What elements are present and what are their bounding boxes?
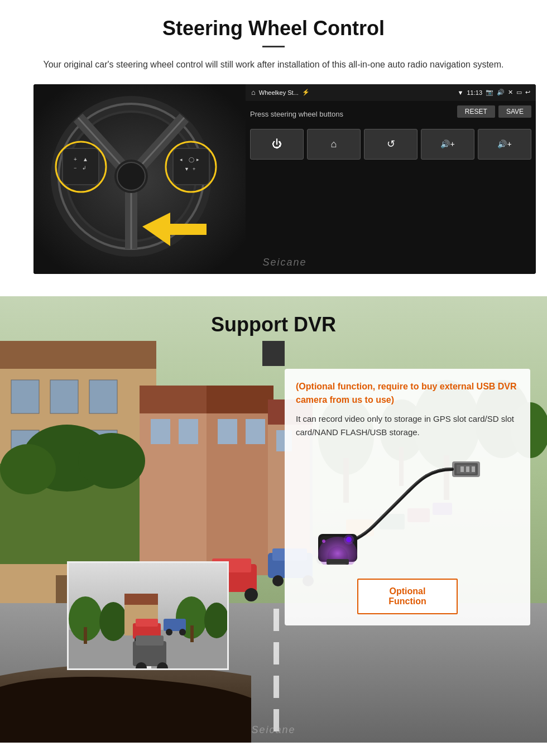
svg-text:↲: ↲ xyxy=(82,165,87,171)
svg-rect-42 xyxy=(151,419,170,444)
dvr-thumb-inner xyxy=(69,563,227,668)
dvr-thumbnail-image xyxy=(67,561,229,670)
svg-point-65 xyxy=(244,588,258,601)
svg-rect-93 xyxy=(124,594,158,605)
svg-point-11 xyxy=(117,162,145,190)
svg-text:▸: ▸ xyxy=(196,157,199,162)
dvr-divider xyxy=(262,341,285,366)
svg-point-119 xyxy=(344,535,354,545)
svg-rect-17 xyxy=(173,148,209,185)
svg-text:−: − xyxy=(74,165,76,171)
dvr-camera-svg xyxy=(318,453,497,565)
key-vol-down[interactable]: 🔊+ xyxy=(421,129,474,160)
dvr-camera-image xyxy=(296,447,519,570)
svg-rect-79 xyxy=(274,642,279,664)
title-divider xyxy=(262,46,285,47)
dvr-thumb-svg xyxy=(69,563,229,670)
steering-wheel-photo: + ▲ − ↲ ◂ ◯ ▸ ▼ + xyxy=(33,84,246,274)
app-title: Wheelkey St... xyxy=(259,89,299,96)
press-label: Press steering wheel buttons xyxy=(250,110,343,118)
svg-point-88 xyxy=(99,602,127,641)
steering-wheel-subtitle: Your original car's steering wheel contr… xyxy=(33,57,514,72)
svg-text:◯: ◯ xyxy=(189,157,194,163)
svg-rect-102 xyxy=(136,635,164,646)
statusbar-right: ▼ 11:13 📷 🔊 ✕ ▭ ↩ xyxy=(458,89,530,96)
svg-rect-87 xyxy=(84,627,87,644)
svg-rect-31 xyxy=(89,380,117,413)
x-icon: ✕ xyxy=(508,89,513,96)
key-back[interactable]: ↺ xyxy=(364,129,418,160)
svg-point-120 xyxy=(322,540,325,543)
usb-icon: ⚡ xyxy=(302,89,310,96)
svg-text:▲: ▲ xyxy=(83,156,88,162)
svg-text:+: + xyxy=(74,156,77,162)
back-icon: ↩ xyxy=(525,89,530,96)
svg-text:▼: ▼ xyxy=(184,166,189,172)
time-display: 11:13 xyxy=(467,89,482,96)
steering-wheel-svg: + ▲ − ↲ ◂ ◯ ▸ ▼ + xyxy=(33,84,246,274)
svg-rect-45 xyxy=(246,419,265,444)
svg-rect-30 xyxy=(50,380,78,413)
svg-rect-95 xyxy=(136,619,158,627)
dvr-title: Support DVR xyxy=(0,313,547,336)
steering-composite-image: + ▲ − ↲ ◂ ◯ ▸ ▼ + xyxy=(33,84,536,274)
dvr-info-card: (Optional function, require to buy exter… xyxy=(285,369,530,625)
volume-icon: 🔊 xyxy=(497,89,505,96)
home-icon: ⌂ xyxy=(251,88,256,97)
dvr-title-area: Support DVR xyxy=(0,296,547,374)
optional-function-button[interactable]: Optional Function xyxy=(357,579,458,614)
svg-point-49 xyxy=(0,444,56,494)
key-home[interactable]: ⌂ xyxy=(307,129,361,160)
svg-rect-37 xyxy=(140,386,207,413)
android-screen: ⌂ Wheelkey St... ⚡ ▼ 11:13 📷 🔊 ✕ ▭ ↩ Pre xyxy=(246,84,536,274)
steering-keys-grid: ⏻ ⌂ ↺ 🔊+ 🔊+ xyxy=(250,129,531,160)
svg-point-100 xyxy=(179,629,186,635)
svg-rect-78 xyxy=(274,609,279,631)
svg-point-99 xyxy=(166,629,172,635)
android-statusbar: ⌂ Wheelkey St... ⚡ ▼ 11:13 📷 🔊 ✕ ▭ ↩ xyxy=(246,84,536,101)
svg-text:◂: ◂ xyxy=(180,157,183,162)
svg-rect-110 xyxy=(472,466,475,472)
seicane-watermark-2: Seicane xyxy=(251,724,295,736)
svg-rect-90 xyxy=(190,625,194,642)
key-vol-up[interactable]: 🔊+ xyxy=(478,129,531,160)
steering-wheel-section: Steering Wheel Control Your original car… xyxy=(0,0,547,280)
svg-rect-39 xyxy=(207,386,274,413)
svg-point-50 xyxy=(78,433,145,489)
svg-point-91 xyxy=(204,603,229,638)
reset-button[interactable]: RESET xyxy=(457,105,495,118)
seicane-watermark-1: Seicane xyxy=(262,257,306,268)
svg-point-68 xyxy=(272,575,284,586)
camera-icon: 📷 xyxy=(486,89,493,96)
optional-notice: (Optional function, require to buy exter… xyxy=(296,380,519,407)
statusbar-left: ⌂ Wheelkey St... ⚡ xyxy=(251,88,310,97)
svg-rect-117 xyxy=(329,564,346,565)
svg-rect-43 xyxy=(179,419,198,444)
wifi-icon: ▼ xyxy=(458,89,464,96)
svg-rect-44 xyxy=(218,419,237,444)
svg-text:+: + xyxy=(193,166,195,172)
dvr-section: Support DVR xyxy=(0,296,547,743)
android-content: Press steering wheel buttons RESET SAVE … xyxy=(246,101,536,164)
dvr-description: It can record video only to storage in G… xyxy=(296,412,519,439)
svg-rect-80 xyxy=(274,676,279,698)
steering-wheel-title: Steering Wheel Control xyxy=(33,17,514,40)
save-button[interactable]: SAVE xyxy=(498,105,531,118)
svg-rect-29 xyxy=(11,380,39,413)
key-power[interactable]: ⏻ xyxy=(250,129,304,160)
svg-rect-109 xyxy=(466,466,469,472)
svg-rect-108 xyxy=(460,466,464,472)
screen-icon: ▭ xyxy=(516,89,522,96)
svg-rect-12 xyxy=(63,148,99,185)
control-buttons: RESET SAVE xyxy=(457,105,531,118)
